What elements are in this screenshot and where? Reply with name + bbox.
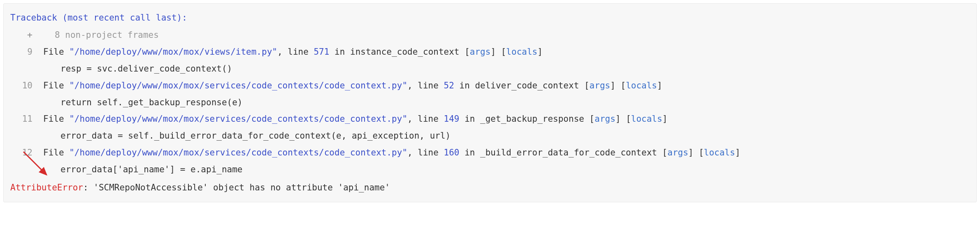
collapsed-frames-label: 8 non-project frames <box>33 28 159 43</box>
stack-frame: 10 File "/home/deploy/www/mox/mox/servic… <box>9 78 968 93</box>
source-code: error_data['api_name'] = e.api_name <box>33 162 243 177</box>
error-line: AttributeError: 'SCMRepoNotAccessible' o… <box>9 180 968 195</box>
error-type: AttributeError <box>10 183 83 192</box>
stack-frame: 12 File "/home/deploy/www/mox/mox/servic… <box>9 145 968 160</box>
file-label: File <box>43 114 69 124</box>
in-label: in <box>454 81 475 90</box>
locals-link[interactable]: locals <box>626 81 657 90</box>
stack-frame: 9 File "/home/deploy/www/mox/mox/views/i… <box>9 44 968 60</box>
collapsed-frames-row[interactable]: + 8 non-project frames <box>9 27 968 43</box>
source-code: return self._get_backup_response(e) <box>33 95 243 110</box>
function-name: instance_code_context <box>350 47 460 57</box>
source-line: resp = svc.deliver_code_context() <box>9 61 968 76</box>
frame-number: 10 <box>22 81 33 90</box>
args-link[interactable]: args <box>590 81 611 90</box>
traceback-header: Traceback (most recent call last): <box>9 10 968 25</box>
function-name: _build_error_data_for_code_context <box>480 148 657 158</box>
frame-number: 12 <box>22 148 33 158</box>
locals-link[interactable]: locals <box>704 148 735 158</box>
file-label: File <box>43 47 69 57</box>
traceback-panel: Traceback (most recent call last): + 8 n… <box>3 3 977 202</box>
line-number: 52 <box>444 81 454 90</box>
in-label: in <box>459 114 480 124</box>
file-path[interactable]: "/home/deploy/www/mox/mox/services/code_… <box>69 114 407 124</box>
file-label: File <box>43 81 69 90</box>
locals-link[interactable]: locals <box>631 114 662 124</box>
file-path[interactable]: "/home/deploy/www/mox/mox/services/code_… <box>69 81 407 90</box>
file-label: File <box>43 148 69 158</box>
source-code: resp = svc.deliver_code_context() <box>33 61 232 76</box>
function-name: deliver_code_context <box>475 81 579 90</box>
source-line: error_data['api_name'] = e.api_name <box>9 162 968 177</box>
line-label: , line <box>407 148 444 158</box>
in-label: in <box>329 47 350 57</box>
expand-icon[interactable]: + <box>27 30 33 40</box>
source-code: error_data = self._build_error_data_for_… <box>33 128 451 144</box>
source-line: return self._get_backup_response(e) <box>9 95 968 110</box>
error-message: : 'SCMRepoNotAccessible' object has no a… <box>83 183 390 192</box>
line-label: , line <box>407 114 444 124</box>
line-label: , line <box>407 81 444 90</box>
args-link[interactable]: args <box>595 114 615 124</box>
locals-link[interactable]: locals <box>506 47 537 57</box>
function-name: _get_backup_response <box>480 114 584 124</box>
frame-number: 9 <box>27 47 33 57</box>
line-number: 149 <box>444 114 460 124</box>
frame-number: 11 <box>22 114 33 124</box>
in-label: in <box>459 148 480 158</box>
args-link[interactable]: args <box>667 148 688 158</box>
line-number: 571 <box>314 47 329 57</box>
file-path[interactable]: "/home/deploy/www/mox/mox/services/code_… <box>69 148 407 158</box>
source-line: error_data = self._build_error_data_for_… <box>9 128 968 144</box>
args-link[interactable]: args <box>470 47 491 57</box>
stack-frame: 11 File "/home/deploy/www/mox/mox/servic… <box>9 111 968 127</box>
line-label: , line <box>277 47 314 57</box>
line-number: 160 <box>444 148 460 158</box>
file-path[interactable]: "/home/deploy/www/mox/mox/views/item.py" <box>69 47 277 57</box>
